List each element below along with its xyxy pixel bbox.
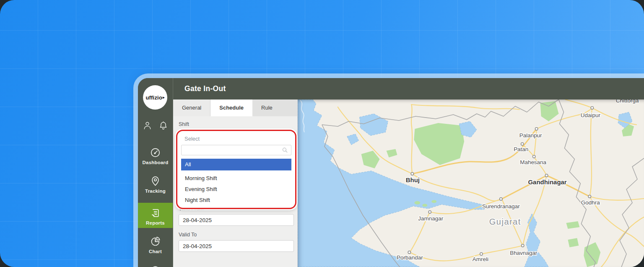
map-marker-gandhinagar [545,174,548,177]
tab-rule[interactable]: Rule [252,99,281,116]
map-marker-bhuj [411,173,413,175]
map-marker-mahesana [532,155,535,158]
map-marker-patan [521,143,524,145]
shift-dropdown-highlight: Select All Morning Shift Evening Shift N… [176,130,296,209]
tab-bar: General Schedule Rule [173,99,297,116]
brand-logo: uffizio▸ [143,85,167,110]
page-title: Gate In-Out [184,84,226,93]
sidebar-item-dashboard[interactable]: Dashboard [138,147,173,165]
app-window: uffizio▸ Dashboard [138,78,644,267]
map-marker-surendranagar [500,198,502,200]
shift-option-all[interactable]: All [181,159,291,170]
bell-icon[interactable] [158,120,168,130]
shift-option-night[interactable]: Night Shift [181,195,291,206]
map-label-chittorgarh: Chittorga [616,99,639,104]
map-marker-palanpur [535,128,538,130]
settings-panel: General Schedule Rule Shift Select [173,99,298,267]
page-header: Gate In-Out [173,78,644,99]
sidebar-item-label: Tracking [145,188,166,194]
map-label-jamnagar: Jamnagar [418,215,443,222]
sidebar: uffizio▸ Dashboard [138,78,173,267]
shift-search-input[interactable] [181,145,291,155]
user-icon[interactable] [143,120,152,130]
map-island [431,200,436,203]
shift-select-display[interactable]: Select [181,136,291,142]
reports-document-icon [150,207,161,219]
valid-to-input[interactable] [179,240,294,252]
sidebar-item-reports[interactable]: Reports [138,203,173,228]
dashboard-gauge-icon [150,147,161,158]
map-label-mahesana: Mahesana [520,159,546,165]
sidebar-item-label: Chart [149,249,162,254]
shift-option-morning[interactable]: Morning Shift [181,173,291,184]
map-marker-amreli [480,253,483,255]
map-marker-udaipur [591,107,593,109]
brand-arrow-icon: ▸ [163,95,165,99]
map-island [422,204,427,207]
valid-to-label: Valid To [179,232,294,238]
map-label-porbandar: Porbandar [397,254,423,261]
search-icon [281,147,288,154]
sidebar-item-tracking[interactable]: Tracking [138,175,173,194]
map-label-gandhinagar: Gandhinagar [528,178,566,186]
valid-from-input[interactable] [179,214,294,226]
sidebar-item-label: Reports [146,220,165,225]
map-label-amreli: Amreli [473,256,488,262]
map-svg: Chittorga Udaipur Palanpur Patan Mahesan… [298,99,644,267]
main-area: Gate In-Out General Schedule Rule Shift … [173,78,644,267]
map-label-palanpur: Palanpur [519,132,542,139]
more-icon [150,264,161,267]
map-marker-porbandar [408,251,410,254]
map-marker-bhavnagar [522,244,524,247]
map-label-godhra: Godhra [581,199,600,206]
chart-pie-icon [150,236,161,247]
tab-general[interactable]: General [173,99,210,116]
map-label-gujarat: Gujarat [489,217,521,226]
shift-label: Shift [179,121,294,127]
map-label-udaipur: Udaipur [581,112,601,118]
sidebar-item-chart[interactable]: Chart [138,236,173,254]
map-marker-godhra [588,195,591,198]
map-label-patan: Patan [514,146,528,152]
tracking-pin-icon [150,175,161,187]
map-marker-jamnagar [428,211,431,213]
tab-schedule[interactable]: Schedule [210,99,252,116]
map-label-bhavnagar: Bhavnagar [510,250,538,256]
map-label-bhuj: Bhuj [406,176,420,183]
map-label-surendranagar: Surendranagar [482,203,520,209]
sidebar-item-label: Dashboard [143,160,169,165]
brand-logo-text: uffizio [145,94,162,101]
map-canvas[interactable]: Chittorga Udaipur Palanpur Patan Mahesan… [298,99,644,267]
map-green [568,238,579,247]
desktop-background: uffizio▸ Dashboard [0,0,644,267]
map-island [414,201,420,204]
sidebar-item-more[interactable] [138,264,173,267]
shift-option-evening[interactable]: Evening Shift [181,184,291,195]
